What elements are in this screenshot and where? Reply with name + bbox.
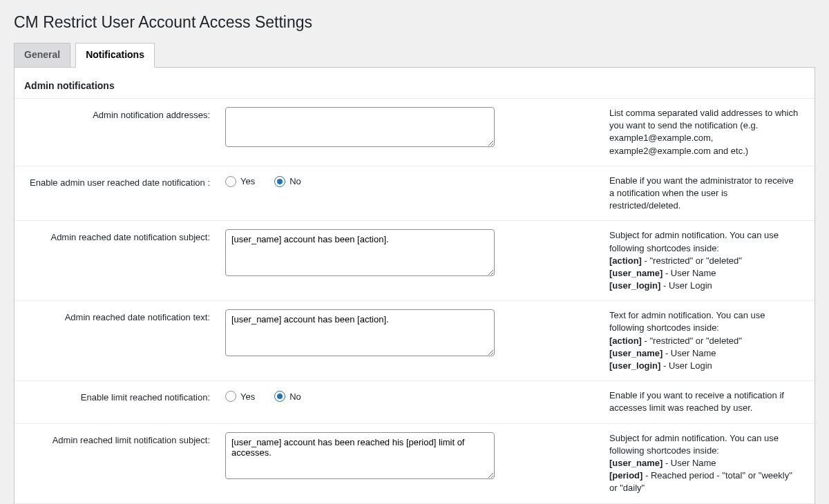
radio-enable-date: Yes No bbox=[225, 175, 598, 187]
input-addresses[interactable] bbox=[225, 107, 495, 147]
input-date-subject[interactable] bbox=[225, 229, 495, 276]
radio-enable-date-yes[interactable] bbox=[225, 176, 236, 187]
tab-bar: General Notifications bbox=[14, 43, 815, 68]
settings-panel: Admin notifications Admin notification a… bbox=[14, 68, 815, 504]
label-enable-date: Enable admin user reached date notificat… bbox=[15, 166, 218, 221]
radio-enable-limit: Yes No bbox=[225, 389, 598, 402]
radio-enable-date-no[interactable] bbox=[274, 176, 285, 187]
label-addresses: Admin notification addresses: bbox=[15, 99, 218, 166]
input-date-text[interactable] bbox=[225, 309, 495, 356]
label-enable-limit: Enable limit reached notification: bbox=[15, 381, 218, 423]
help-enable-date: Enable if you want the administrator to … bbox=[605, 166, 814, 221]
help-enable-limit: Enable if you want to receive a notifica… bbox=[605, 381, 814, 423]
help-limit-subject: Subject for admin notification. You can … bbox=[605, 423, 814, 503]
input-limit-subject[interactable] bbox=[225, 432, 495, 479]
label-limit-subject: Admin reached limit notification subject… bbox=[15, 423, 218, 503]
page-title: CM Restrict User Account Access Settings bbox=[14, 7, 815, 43]
label-date-text: Admin reached date notification text: bbox=[15, 301, 218, 381]
section-title: Admin notifications bbox=[15, 68, 814, 98]
tab-general[interactable]: General bbox=[14, 43, 70, 67]
radio-enable-limit-yes[interactable] bbox=[225, 391, 236, 402]
radio-yes-label: Yes bbox=[240, 391, 255, 402]
help-addresses: List comma separated valid addresses to … bbox=[605, 99, 814, 166]
radio-yes-label: Yes bbox=[240, 176, 255, 186]
tab-notifications[interactable]: Notifications bbox=[75, 43, 155, 68]
help-date-text: Text for admin notification. You can use… bbox=[605, 301, 814, 381]
settings-table: Admin notification addresses: List comma… bbox=[15, 98, 814, 504]
label-date-subject: Admin reached date notification subject: bbox=[15, 221, 218, 301]
help-date-subject: Subject for admin notification. You can … bbox=[605, 221, 814, 301]
radio-no-label: No bbox=[289, 176, 301, 186]
radio-no-label: No bbox=[289, 391, 301, 402]
radio-enable-limit-no[interactable] bbox=[274, 391, 285, 402]
